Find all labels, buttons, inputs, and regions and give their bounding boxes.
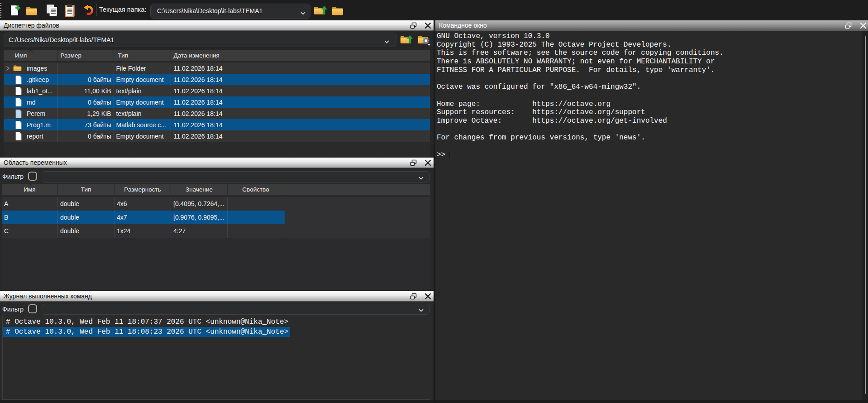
file-date: 11.02.2026 18:14 — [174, 76, 223, 83]
command-output-line — [437, 91, 861, 100]
expand-chevron-icon[interactable] — [5, 66, 10, 71]
command-output-line — [437, 125, 861, 134]
undo-button[interactable] — [81, 3, 95, 18]
history-filter-combobox[interactable] — [42, 304, 430, 315]
column-header-size[interactable]: Размер — [58, 50, 114, 61]
file-browser-panel: Диспетчер файлов C:/Users/Nika/Desktop/i… — [0, 20, 434, 158]
chevron-down-icon — [418, 175, 424, 181]
command-output-line: Support resources: https://octave.org/su… — [437, 108, 861, 117]
text-cursor — [450, 151, 451, 158]
file-table-empty-area — [4, 142, 430, 158]
current-folder-label: Текущая папка: — [99, 0, 146, 19]
file-browser-titlebar[interactable]: Диспетчер файлов — [0, 20, 434, 31]
column-label: Имя — [24, 186, 35, 193]
filter-checkbox[interactable] — [28, 304, 37, 313]
file-row-images[interactable]: images File Folder 11.02.2026 18:14 — [4, 62, 430, 74]
close-widget-button[interactable] — [424, 22, 431, 29]
workspace-panel: Область переменных Фильтр Имя Тип Размер… — [0, 158, 434, 290]
workspace-titlebar[interactable]: Область переменных — [0, 158, 434, 168]
variable-row-C[interactable]: C double 1x24 4:27 — [2, 224, 430, 238]
browse-directories-button[interactable] — [330, 3, 345, 18]
current-folder-value: C:\Users\Nika\Desktop\it-labs\TEMA1 — [157, 7, 262, 14]
command-output-line: FITNESS FOR A PARTICULAR PURPOSE. For de… — [437, 66, 861, 75]
column-label: Значение — [186, 186, 213, 193]
history-title: Журнал выполненных команд — [4, 291, 92, 301]
undock-widget-button[interactable] — [410, 22, 417, 29]
close-widget-button[interactable] — [860, 22, 867, 29]
history-item[interactable]: # Octave 10.3.0, Wed Feb 11 18:08:23 202… — [3, 327, 430, 337]
open-button[interactable] — [24, 3, 39, 18]
new-script-button[interactable] — [8, 3, 22, 18]
file-browser-path-combobox[interactable]: C:/Users/Nika/Desktop/it-labs/TEMA1 — [4, 33, 396, 47]
fm-actions-button[interactable] — [418, 34, 429, 46]
file-row-md[interactable]: md 0 байты Empty document 11.02.2026 18:… — [4, 96, 430, 108]
command-window-titlebar[interactable]: Командное окно — [435, 20, 868, 31]
var-type: double — [60, 200, 79, 207]
file-date: 11.02.2026 18:14 — [174, 133, 223, 140]
history-titlebar[interactable]: Журнал выполненных команд — [0, 291, 434, 302]
command-window-output[interactable]: GNU Octave, version 10.3.0 Copyright (C)… — [436, 31, 861, 159]
copy-button[interactable] — [45, 3, 59, 18]
file-row-perem[interactable]: Perem 1,29 KiB text/plain 11.02.2026 18:… — [4, 108, 430, 119]
toolbar-drag-handle[interactable] — [0, 3, 2, 19]
close-icon — [424, 22, 431, 29]
variable-row-B[interactable]: B double 4x7 [0.9076, 0.9095,... — [2, 211, 430, 224]
scrollbar-track[interactable] — [862, 31, 868, 400]
undock-widget-button[interactable] — [845, 22, 852, 29]
workspace-empty-area — [2, 238, 430, 290]
command-output-line: There is ABSOLUTELY NO WARRANTY; not eve… — [437, 58, 861, 66]
var-dims: 1x24 — [117, 227, 130, 235]
close-widget-button[interactable] — [424, 159, 431, 166]
history-list[interactable]: # Octave 10.3.0, Wed Feb 11 18:07:37 202… — [2, 315, 430, 400]
column-header-name[interactable]: Имя — [4, 50, 58, 61]
command-output-line: Home page: https://octave.org — [437, 100, 861, 109]
column-header-name[interactable]: Имя — [2, 184, 58, 195]
close-icon — [424, 159, 431, 166]
column-header-attr[interactable]: Свойство — [228, 184, 284, 195]
copy-icon — [45, 4, 59, 17]
one-directory-up-button[interactable] — [313, 3, 328, 18]
workspace-table-header[interactable]: Имя Тип Размерность Значение Свойство — [2, 184, 430, 196]
column-header-value[interactable]: Значение — [171, 184, 228, 195]
file-icon — [15, 98, 22, 106]
column-label: Размерность — [124, 186, 161, 193]
fm-one-directory-up-button[interactable] — [400, 34, 412, 46]
file-row-prog1[interactable]: Prog1.m 73 байты Matlab source c... 11.0… — [4, 119, 430, 130]
filter-checkbox[interactable] — [28, 172, 37, 181]
file-size: 11,00 KiB — [84, 87, 111, 95]
close-widget-button[interactable] — [424, 293, 431, 300]
column-header-date[interactable]: Дата изменения — [171, 50, 430, 61]
chevron-down-icon — [418, 307, 424, 313]
file-name: lab1_ot... — [27, 87, 53, 95]
undock-widget-button[interactable] — [410, 159, 417, 166]
current-folder-combobox[interactable]: C:\Users\Nika\Desktop\it-labs\TEMA1 — [150, 4, 310, 19]
folder-actions-icon — [418, 34, 430, 46]
column-header-dims[interactable]: Размерность — [114, 184, 171, 195]
var-name: A — [4, 200, 8, 207]
undock-widget-button[interactable] — [410, 293, 417, 300]
variable-row-A[interactable]: A double 4x6 [0.4095, 0.7264,... — [2, 197, 430, 211]
file-table-header[interactable]: Имя Размер Тип Дата изменения — [4, 50, 430, 62]
history-item[interactable]: # Octave 10.3.0, Wed Feb 11 18:07:37 202… — [3, 317, 430, 327]
file-type: File Folder — [116, 65, 146, 72]
command-output-line: Copyright (C) 1993-2025 The Octave Proje… — [437, 41, 861, 49]
column-label: Свойство — [242, 186, 269, 193]
command-output-line: Improve Octave: https://octave.org/get-i… — [437, 117, 861, 125]
file-row-lab1[interactable]: lab1_ot... 11,00 KiB text/plain 11.02.20… — [4, 85, 430, 96]
file-type: Empty document — [116, 76, 164, 83]
file-icon-blue — [15, 110, 22, 118]
column-header-type[interactable]: Тип — [114, 50, 171, 61]
scrollbar-handle[interactable] — [865, 36, 866, 394]
column-label: Размер — [61, 52, 81, 59]
sort-ascending-icon — [28, 50, 33, 53]
undock-icon — [410, 22, 417, 29]
command-prompt[interactable]: >> — [437, 151, 861, 159]
var-dims: 4x7 — [117, 214, 127, 221]
panel-bottom-margin — [435, 400, 868, 403]
file-row-report[interactable]: report 0 байты Empty document 11.02.2026… — [4, 130, 430, 142]
workspace-filter-combobox[interactable] — [42, 171, 430, 182]
file-row-gitkeep[interactable]: .gitkeep 0 байты Empty document 11.02.20… — [4, 74, 430, 85]
var-value: 4:27 — [173, 227, 186, 235]
column-header-type[interactable]: Тип — [58, 184, 114, 195]
paste-button[interactable] — [62, 3, 77, 18]
